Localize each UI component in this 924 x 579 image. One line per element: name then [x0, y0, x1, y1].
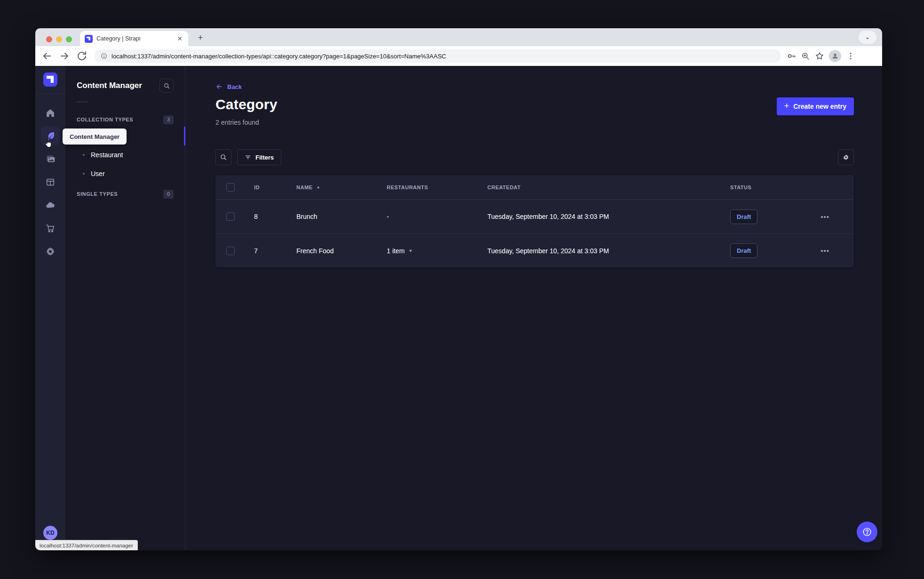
strapi-favicon-icon [85, 35, 93, 43]
create-button-label: Create new entry [793, 103, 846, 110]
table-row[interactable]: 8 Brunch - Tuesday, September 10, 2024 a… [215, 200, 854, 233]
table-header-row: ID NAME ▲ RESTAURANTS CREATEDAT STATUS [215, 175, 854, 200]
filters-button[interactable]: Filters [237, 149, 281, 165]
info-icon[interactable] [101, 53, 107, 59]
nav-marketplace-icon[interactable] [41, 219, 60, 238]
column-header-id[interactable]: ID [246, 185, 288, 190]
nav-settings-icon[interactable] [41, 242, 60, 261]
cell-id: 8 [246, 213, 288, 220]
sidebar-item-label: Restaurant [91, 151, 123, 159]
column-header-status[interactable]: STATUS [722, 185, 805, 190]
row-actions-menu-icon[interactable]: ••• [820, 247, 854, 255]
tab-title: Category | Strapi [96, 35, 172, 42]
settings-gear-icon [842, 153, 850, 161]
sidebar-item-user[interactable]: User [65, 164, 185, 183]
nav-media-library-icon[interactable] [41, 150, 60, 169]
browser-tab-strip: Category | Strapi ✕ + ⌄ [35, 28, 882, 46]
collection-types-section: COLLECTION TYPES 3 [65, 113, 185, 127]
minimize-window-button[interactable] [56, 36, 62, 42]
cell-createdat: Tuesday, September 10, 2024 at 3:03 PM [479, 247, 722, 255]
bullet-icon [83, 173, 85, 175]
page-title: Category [215, 96, 278, 113]
single-types-label: SINGLE TYPES [77, 191, 118, 197]
collection-types-label: COLLECTION TYPES [77, 117, 133, 122]
help-question-icon [862, 527, 872, 537]
subnav-search-button[interactable] [159, 79, 174, 93]
search-icon [163, 82, 170, 89]
cell-restaurants[interactable]: 1 item ▼ [378, 247, 479, 255]
cell-restaurants: - [378, 213, 479, 220]
close-window-button[interactable] [46, 36, 52, 42]
back-link[interactable]: Back [215, 83, 242, 90]
search-button[interactable] [215, 149, 231, 165]
hand-cursor-icon [43, 137, 53, 149]
row-actions-menu-icon[interactable]: ••• [820, 213, 854, 221]
window-controls[interactable] [46, 36, 72, 42]
bookmark-star-icon[interactable] [815, 51, 824, 61]
collection-types-count-badge: 3 [163, 115, 174, 124]
column-header-createdat[interactable]: CREATEDAT [479, 185, 722, 190]
menu-dots-icon[interactable] [846, 51, 855, 61]
cell-name: Brunch [288, 213, 378, 220]
browser-window: Category | Strapi ✕ + ⌄ localhost:1337/a… [35, 28, 882, 550]
single-types-count-badge: 0 [163, 190, 174, 199]
browser-toolbar: localhost:1337/admin/content-manager/col… [35, 46, 882, 66]
toolbar-right-icons [787, 50, 855, 62]
new-tab-button[interactable]: + [194, 32, 207, 44]
sidebar-item-label: User [91, 170, 105, 177]
zoom-icon[interactable] [801, 51, 810, 61]
cell-createdat: Tuesday, September 10, 2024 at 3:03 PM [479, 213, 722, 220]
column-header-restaurants[interactable]: RESTAURANTS [378, 185, 479, 190]
nav-cloud-icon[interactable] [41, 196, 60, 215]
bullet-icon [83, 154, 85, 156]
back-label: Back [227, 83, 242, 90]
subnav-divider [77, 102, 88, 102]
status-badge: Draft [730, 243, 757, 258]
browser-tab[interactable]: Category | Strapi ✕ [80, 31, 188, 46]
maximize-window-button[interactable] [66, 36, 72, 42]
list-actions-row: Filters [215, 149, 854, 165]
search-icon [220, 153, 227, 161]
subnav-title: Content Manager [77, 81, 142, 90]
browser-status-bar: localhost:1337/admin/content-manager [35, 540, 138, 550]
plus-icon: + [784, 102, 789, 110]
strapi-admin-app: KD Content Manager COLLECTION TYPES 3 Ca… [35, 66, 882, 550]
nav-home-icon[interactable] [41, 104, 60, 122]
strapi-logo[interactable] [43, 72, 57, 87]
profile-icon[interactable] [829, 50, 841, 62]
sidebar-item-restaurant[interactable]: Restaurant [65, 145, 185, 164]
arrow-left-icon [215, 83, 223, 90]
entries-count-text: 2 entries found [215, 119, 854, 126]
cell-id: 7 [246, 247, 288, 255]
select-all-checkbox[interactable] [226, 183, 235, 192]
single-types-section: SINGLE TYPES 0 [65, 187, 185, 201]
tab-close-icon[interactable]: ✕ [176, 35, 183, 42]
row-checkbox[interactable] [226, 212, 235, 221]
view-settings-button[interactable] [838, 149, 854, 165]
back-icon[interactable] [41, 50, 53, 62]
reload-icon[interactable] [76, 50, 88, 62]
table-row[interactable]: 7 French Food 1 item ▼ Tuesday, Septembe… [215, 233, 854, 267]
entries-table: ID NAME ▲ RESTAURANTS CREATEDAT STATUS 8… [215, 175, 854, 267]
help-button[interactable] [857, 522, 877, 542]
url-text: localhost:1337/admin/content-manager/col… [112, 53, 446, 60]
sort-asc-icon: ▲ [316, 185, 320, 189]
column-header-name[interactable]: NAME ▲ [288, 185, 378, 190]
chevron-down-icon: ▼ [408, 249, 413, 253]
user-avatar[interactable]: KD [43, 526, 57, 540]
cell-name: French Food [288, 247, 378, 255]
status-badge: Draft [730, 209, 757, 224]
row-checkbox[interactable] [226, 247, 235, 255]
content-manager-tooltip: Content Manager [63, 129, 127, 145]
forward-icon[interactable] [59, 50, 70, 62]
tab-search-chevron-icon[interactable]: ⌄ [859, 31, 876, 44]
create-new-entry-button[interactable]: + Create new entry [777, 97, 854, 115]
nav-content-type-builder-icon[interactable] [41, 173, 60, 192]
filters-label: Filters [255, 154, 274, 161]
url-address-bar[interactable]: localhost:1337/admin/content-manager/col… [94, 49, 781, 63]
password-key-icon[interactable] [787, 51, 796, 61]
rail-divider [35, 94, 65, 94]
filter-icon [245, 154, 251, 161]
main-content: Back Category + Create new entry 2 entri… [185, 66, 882, 550]
